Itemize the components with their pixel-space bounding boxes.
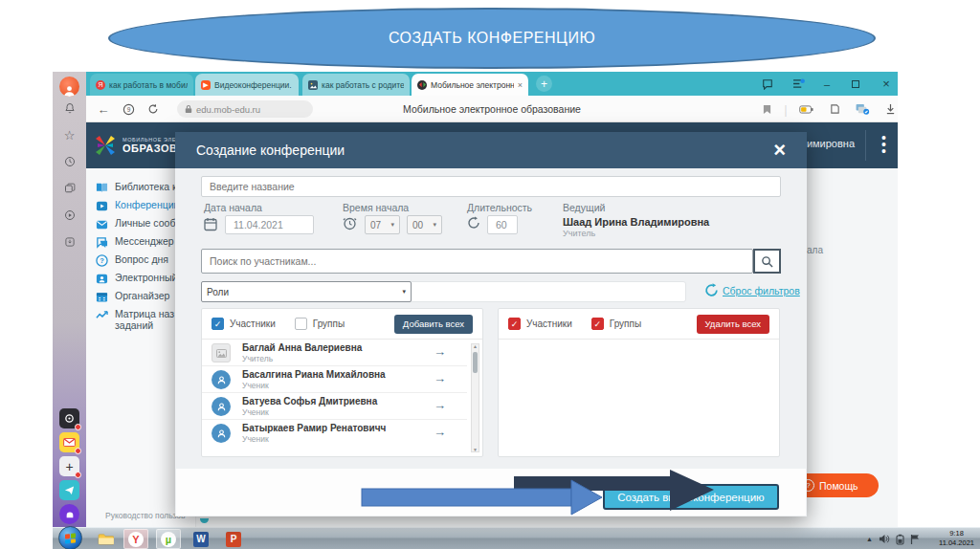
taskbar-utorrent-icon[interactable]: µ bbox=[156, 529, 181, 549]
modal-header: Создание конференции × bbox=[175, 132, 807, 168]
sidebar-footer[interactable]: Руководство пользов bbox=[105, 511, 186, 520]
service-disk-icon[interactable] bbox=[59, 408, 79, 428]
date-label: Дата начала bbox=[204, 202, 262, 213]
volume-icon[interactable] bbox=[879, 534, 890, 544]
address-bar[interactable]: edu.mob-edu.ru bbox=[177, 100, 313, 118]
groups-checkbox-unchecked[interactable] bbox=[295, 318, 307, 330]
notifications-bell-icon[interactable] bbox=[53, 102, 86, 114]
add-participant-arrow-icon[interactable]: → bbox=[434, 371, 446, 385]
battery-tray-icon[interactable] bbox=[896, 534, 904, 545]
tab-4-active[interactable]: Мобильное электронн × bbox=[412, 74, 528, 96]
alarm-clock-icon bbox=[343, 216, 357, 231]
site-badge-icon[interactable]: 9 bbox=[117, 96, 140, 122]
chevron-down-icon: ▾ bbox=[402, 288, 406, 296]
taskbar-word-icon[interactable]: W bbox=[189, 529, 213, 549]
mail-icon bbox=[96, 218, 108, 231]
taskbar-clock[interactable]: 9:18 11.04.2021 bbox=[939, 529, 974, 548]
remove-all-button[interactable]: Удалить всех bbox=[697, 315, 769, 334]
browser-chat-icon[interactable] bbox=[756, 72, 779, 96]
roles-select[interactable]: Роли▾ bbox=[201, 281, 412, 302]
taskbar-explorer-icon[interactable] bbox=[93, 529, 118, 549]
available-participants-panel: ✓ Участники Группы Добавить всех Баглай … bbox=[201, 308, 483, 457]
download-icon[interactable] bbox=[879, 96, 902, 122]
tab-3[interactable]: как работать с родителям bbox=[302, 74, 410, 96]
date-input[interactable] bbox=[225, 215, 314, 234]
participants-checkbox-red[interactable]: ✓ bbox=[508, 318, 521, 330]
alice-assistant-icon[interactable] bbox=[59, 504, 79, 524]
scroll-up-icon[interactable]: ▲ bbox=[472, 343, 479, 349]
question-icon: ? bbox=[96, 254, 108, 267]
network-flag-icon[interactable] bbox=[910, 534, 921, 545]
profile-avatar[interactable] bbox=[59, 77, 79, 97]
tab-1[interactable]: Я как работать в мобильно bbox=[90, 74, 193, 96]
yandex-icon: Я bbox=[96, 80, 105, 90]
participant-row[interactable]: Баглай Анна Валериевна Учитель → bbox=[202, 340, 467, 366]
calendar-icon bbox=[96, 291, 108, 303]
app-logo[interactable]: МОБИЛЬНОЕ ЭЛЕ ОБРАЗОВ bbox=[94, 134, 178, 157]
modal-title: Создание конференции bbox=[196, 143, 345, 158]
video-play-icon: ▶ bbox=[201, 80, 211, 90]
back-icon[interactable]: ← bbox=[92, 96, 115, 122]
bookmark-flag-icon[interactable] bbox=[756, 96, 777, 122]
new-tab-button[interactable]: + bbox=[536, 76, 552, 92]
scrollbar-thumb[interactable] bbox=[473, 352, 478, 373]
extension-icon[interactable] bbox=[850, 96, 875, 122]
participants-scrollbar[interactable]: ▲ ▼ bbox=[471, 343, 479, 452]
person-icon bbox=[96, 273, 108, 285]
restore-button[interactable] bbox=[844, 72, 867, 96]
tabs-collections-icon[interactable] bbox=[53, 183, 86, 194]
reset-refresh-icon[interactable] bbox=[704, 283, 719, 297]
chat-icon bbox=[96, 236, 108, 249]
battery-saver-icon[interactable] bbox=[794, 96, 817, 122]
close-window-button[interactable]: × bbox=[875, 72, 898, 96]
logo-line2: ОБРАЗОВ bbox=[122, 143, 178, 154]
picture-icon bbox=[308, 80, 318, 90]
add-participant-arrow-icon[interactable]: → bbox=[434, 398, 446, 412]
tray-expand-icon[interactable]: ▲ bbox=[866, 536, 873, 542]
hours-select[interactable]: 07▾ bbox=[365, 215, 400, 234]
host-name: Шаад Ирина Владимировна bbox=[563, 216, 709, 228]
host-label: Ведущий bbox=[563, 202, 605, 213]
svg-text:9: 9 bbox=[126, 106, 130, 113]
scroll-down-icon[interactable]: ▼ bbox=[472, 447, 479, 452]
participant-search-input[interactable] bbox=[201, 249, 753, 274]
participant-row[interactable]: Басалгина Риана Михайловна Ученик → bbox=[202, 366, 467, 393]
add-service-plus-icon[interactable]: + bbox=[59, 456, 79, 476]
meo-logo-icon bbox=[417, 80, 427, 90]
taskbar-yandex-browser-icon[interactable]: Y bbox=[123, 529, 148, 549]
minutes-select[interactable]: 00▾ bbox=[407, 215, 442, 234]
add-participant-arrow-icon[interactable]: → bbox=[434, 344, 446, 359]
participant-row[interactable]: Батуева Софья Дмитриевна Ученик → bbox=[202, 393, 467, 420]
create-conference-button[interactable]: Создать видеоконференцию bbox=[603, 484, 779, 510]
start-button[interactable] bbox=[58, 526, 82, 549]
history-clock-icon[interactable] bbox=[53, 156, 86, 167]
participants-checkbox-checked[interactable]: ✓ bbox=[212, 318, 224, 330]
system-tray: ▲ bbox=[866, 528, 921, 549]
modal-close-icon[interactable]: × bbox=[773, 141, 786, 160]
header-menu-dots-icon[interactable]: ••• bbox=[881, 135, 886, 155]
bookmarks-star-icon[interactable]: ☆ bbox=[53, 129, 86, 143]
reload-icon[interactable] bbox=[142, 96, 165, 122]
duration-input[interactable] bbox=[487, 215, 518, 234]
groups-checkbox-red[interactable]: ✓ bbox=[591, 318, 604, 330]
add-all-button[interactable]: Добавить всех bbox=[394, 315, 473, 334]
conference-name-input[interactable] bbox=[201, 176, 781, 197]
tab-2[interactable]: ▶ Видеоконференции. Моб bbox=[195, 74, 299, 96]
taskbar-powerpoint-icon[interactable]: P bbox=[221, 529, 246, 549]
participant-row[interactable]: Батыркаев Рамир Ренатовичч Ученик → bbox=[202, 420, 467, 447]
tab-close-icon[interactable]: × bbox=[518, 80, 523, 90]
minimize-button[interactable]: – bbox=[815, 72, 838, 96]
messenger-send-icon[interactable] bbox=[59, 480, 79, 500]
browser-menu-icon[interactable] bbox=[787, 72, 810, 96]
mail-service-icon[interactable] bbox=[59, 432, 79, 452]
reset-filters-link[interactable]: Сброс фильтров bbox=[723, 285, 800, 296]
user-name-fragment: имировна bbox=[807, 138, 855, 149]
media-play-icon[interactable] bbox=[53, 209, 86, 221]
protect-icon[interactable] bbox=[823, 96, 846, 122]
student-avatar-icon bbox=[212, 424, 231, 443]
calendar-icon bbox=[204, 217, 217, 231]
add-participant-arrow-icon[interactable]: → bbox=[434, 425, 446, 439]
chevron-down-icon: ▾ bbox=[433, 221, 436, 229]
downloads-icon[interactable] bbox=[53, 236, 86, 248]
search-button[interactable] bbox=[753, 249, 781, 274]
